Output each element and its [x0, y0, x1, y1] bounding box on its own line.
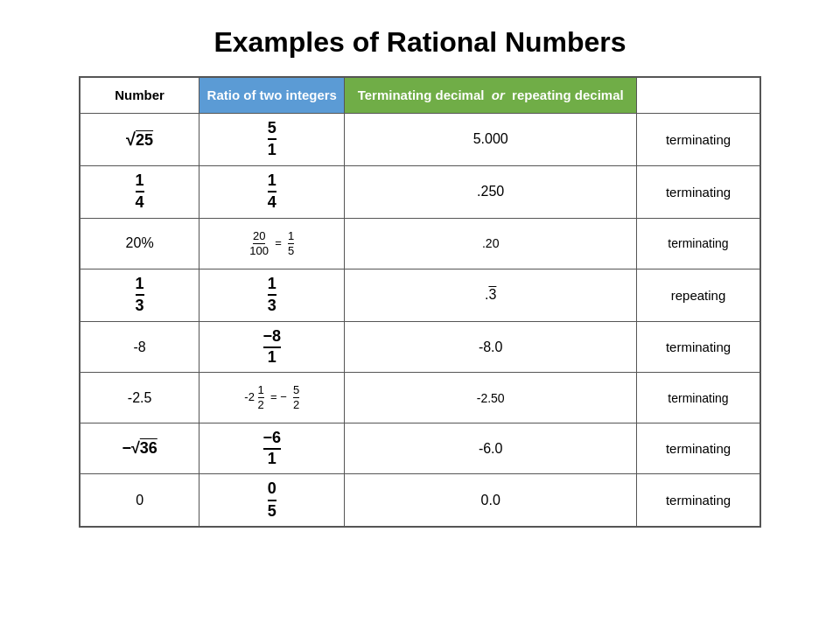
number-cell: √25 [80, 113, 200, 165]
decimal-cell: 0.0 [345, 474, 637, 528]
fraction-display: 1 3 [136, 275, 144, 316]
number-cell: -2.5 [80, 373, 200, 424]
type-cell: terminating [637, 322, 761, 373]
fraction-display: −8 1 [263, 328, 282, 367]
number-cell: 1 4 [80, 165, 200, 218]
fraction-display: 1 3 [268, 275, 276, 316]
fraction-display: 1 2 [258, 384, 264, 412]
number-cell: 0 [80, 474, 200, 528]
type-cell: terminating [637, 424, 761, 474]
sqrt-icon: √25 [126, 130, 153, 149]
decimal-cell: -2.50 [345, 373, 637, 424]
decimal-cell: -8.0 [345, 322, 637, 373]
rational-numbers-table: Number Ratio of two integers Terminating… [79, 76, 761, 528]
table-row: -8 −8 1 -8.0 terminating [80, 322, 760, 373]
header-number: Number [80, 77, 200, 113]
table-row: 1 3 1 3 .3 repeating [80, 269, 760, 321]
fraction-display: 0 5 [268, 480, 276, 521]
fraction-display: −6 1 [263, 430, 282, 468]
header-decimal: Terminating decimal or repeating decimal [345, 77, 637, 113]
fraction-display: 5 2 [293, 384, 299, 412]
number-cell: −√36 [80, 424, 200, 474]
table-row: -2.5 -2 1 2 = − 5 2 -2.50 terminating [80, 373, 760, 424]
ratio-cell: 20 100 = 1 5 [200, 218, 345, 269]
neg-sqrt-icon: −√36 [122, 439, 157, 457]
fraction-display: 5 1 [268, 119, 276, 160]
decimal-cell: .250 [345, 165, 637, 218]
number-cell: 20% [80, 218, 200, 269]
fraction-display: 1 4 [268, 172, 276, 213]
table-row: √25 5 1 5.000 terminating [80, 113, 760, 165]
page-title: Examples of Rational Numbers [214, 26, 626, 59]
fraction-display: 20 100 [249, 230, 269, 258]
table-row: −√36 −6 1 -6.0 terminating [80, 424, 760, 474]
ratio-cell: 5 1 [200, 113, 345, 165]
table-row: 0 0 5 0.0 terminating [80, 474, 760, 528]
type-cell: terminating [637, 218, 761, 269]
type-cell: terminating [637, 373, 761, 424]
number-cell: -8 [80, 322, 200, 373]
ratio-cell: -2 1 2 = − 5 2 [200, 373, 345, 424]
decimal-cell: .20 [345, 218, 637, 269]
type-cell: terminating [637, 165, 761, 218]
fraction-display: 1 4 [136, 172, 144, 213]
ratio-cell: 1 3 [200, 269, 345, 321]
type-cell: terminating [637, 113, 761, 165]
number-cell: 1 3 [80, 269, 200, 321]
ratio-cell: 0 5 [200, 474, 345, 528]
decimal-cell: 5.000 [345, 113, 637, 165]
type-cell: repeating [637, 269, 761, 321]
decimal-cell: -6.0 [345, 424, 637, 474]
decimal-cell: .3 [345, 269, 637, 321]
ratio-cell: 1 4 [200, 165, 345, 218]
table-row: 20% 20 100 = 1 5 .20 terminating [80, 218, 760, 269]
type-cell: terminating [637, 474, 761, 528]
table-row: 1 4 1 4 .250 terminating [80, 165, 760, 218]
fraction-display: 1 5 [288, 230, 294, 258]
header-ratio: Ratio of two integers [200, 77, 345, 113]
ratio-cell: −8 1 [200, 322, 345, 373]
ratio-cell: −6 1 [200, 424, 345, 474]
